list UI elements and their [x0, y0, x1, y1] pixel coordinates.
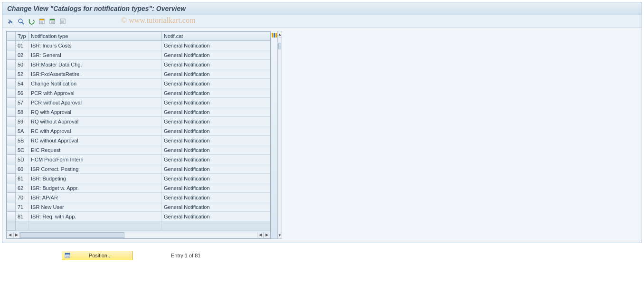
other-view-icon[interactable]: [6, 17, 15, 26]
cell-cat[interactable]: General Notification: [162, 69, 270, 79]
cell-typ[interactable]: 59: [16, 117, 29, 126]
table-settings-button[interactable]: [271, 31, 278, 239]
cell-ntype[interactable]: RC with Approval: [29, 126, 162, 136]
cell-cat[interactable]: General Notification: [162, 98, 270, 107]
table-row[interactable]: 57PCR without ApprovalGeneral Notificati…: [7, 98, 270, 107]
cell-typ[interactable]: 60: [16, 164, 29, 174]
row-selector[interactable]: [7, 98, 16, 107]
hscroll-right-step-icon[interactable]: ▶: [13, 232, 20, 238]
cell-ntype[interactable]: ISR New User: [29, 202, 162, 212]
cell-cat[interactable]: General Notification: [162, 41, 270, 50]
table-row[interactable]: 60ISR Correct. PostingGeneral Notificati…: [7, 164, 270, 174]
col-header-typ[interactable]: Typ: [16, 32, 29, 41]
cell-typ[interactable]: 01: [16, 41, 29, 50]
cell-cat[interactable]: General Notification: [162, 202, 270, 212]
table-row[interactable]: 58RQ with ApprovalGeneral Notification: [7, 107, 270, 117]
cell-ntype[interactable]: PCR without Approval: [29, 98, 162, 107]
cell-typ[interactable]: 5D: [16, 155, 29, 164]
cell-typ[interactable]: 02: [16, 50, 29, 60]
cell-typ[interactable]: 71: [16, 202, 29, 212]
cell-cat[interactable]: General Notification: [162, 183, 270, 193]
col-header-notif-cat[interactable]: Notif.cat: [162, 32, 270, 41]
cell-typ[interactable]: 61: [16, 174, 29, 183]
cell-typ[interactable]: 62: [16, 183, 29, 193]
find-icon[interactable]: [17, 17, 25, 26]
col-header-notification-type[interactable]: Notification type: [29, 32, 162, 41]
cell-cat[interactable]: General Notification: [162, 193, 270, 202]
cell-cat[interactable]: General Notification: [162, 60, 270, 69]
row-selector[interactable]: [7, 41, 16, 50]
cell-ntype[interactable]: EIC Request: [29, 145, 162, 155]
row-selector[interactable]: [7, 193, 16, 202]
table-row[interactable]: 5ARC with ApprovalGeneral Notification: [7, 126, 270, 136]
cell-cat[interactable]: General Notification: [162, 155, 270, 164]
cell-ntype[interactable]: ISR:FxdAssetsRetire.: [29, 69, 162, 79]
col-header-select[interactable]: [7, 32, 16, 41]
cell-typ[interactable]: 5B: [16, 136, 29, 145]
table-row[interactable]: 81ISR: Req. with App.General Notificatio…: [7, 212, 270, 221]
cell-ntype[interactable]: ISR: Budget w. Appr.: [29, 183, 162, 193]
cell-cat[interactable]: General Notification: [162, 117, 270, 126]
row-selector[interactable]: [7, 88, 16, 98]
vscroll-down-icon[interactable]: ▼: [278, 232, 282, 238]
table-row[interactable]: 61ISR: BudgetingGeneral Notification: [7, 174, 270, 183]
cell-ntype[interactable]: RQ without Approval: [29, 117, 162, 126]
cell-cat[interactable]: General Notification: [162, 50, 270, 60]
table-row[interactable]: 5CEIC RequestGeneral Notification: [7, 145, 270, 155]
row-selector[interactable]: [7, 202, 16, 212]
cell-ntype[interactable]: ISR: Incurs Costs: [29, 41, 162, 50]
hscroll-thumb[interactable]: [20, 232, 124, 238]
vscroll-up-icon[interactable]: ▲: [278, 31, 282, 38]
row-selector[interactable]: [7, 164, 16, 174]
cell-cat[interactable]: General Notification: [162, 79, 270, 88]
cell-cat[interactable]: General Notification: [162, 145, 270, 155]
row-selector[interactable]: [7, 117, 16, 126]
row-selector[interactable]: [7, 50, 16, 60]
row-selector[interactable]: [7, 183, 16, 193]
cell-cat[interactable]: General Notification: [162, 212, 270, 221]
cell-ntype[interactable]: ISR: Budgeting: [29, 174, 162, 183]
cell-typ[interactable]: 57: [16, 98, 29, 107]
row-selector[interactable]: [7, 107, 16, 117]
cell-ntype[interactable]: ISR: Req. with App.: [29, 212, 162, 221]
cell-typ[interactable]: 81: [16, 212, 29, 221]
vscroll-track[interactable]: [278, 38, 282, 232]
table-row[interactable]: 54Change NotificationGeneral Notificatio…: [7, 79, 270, 88]
hscroll-left-step-icon[interactable]: ◀: [257, 232, 264, 238]
cell-cat[interactable]: General Notification: [162, 126, 270, 136]
table-row[interactable]: [7, 221, 270, 231]
cell-ntype[interactable]: RQ with Approval: [29, 107, 162, 117]
cell-typ[interactable]: 58: [16, 107, 29, 117]
table-row[interactable]: 59RQ without ApprovalGeneral Notificatio…: [7, 117, 270, 126]
cell-cat[interactable]: General Notification: [162, 174, 270, 183]
cell-ntype[interactable]: RC without Approval: [29, 136, 162, 145]
row-selector[interactable]: [7, 136, 16, 145]
undo-icon[interactable]: [27, 17, 36, 26]
row-selector[interactable]: [7, 174, 16, 183]
row-selector[interactable]: [7, 79, 16, 88]
cell-ntype[interactable]: ISR Correct. Posting: [29, 164, 162, 174]
cell-cat[interactable]: General Notification: [162, 136, 270, 145]
table-row[interactable]: 02ISR: GeneralGeneral Notification: [7, 50, 270, 60]
cell-ntype[interactable]: HCM Proc/Form Intern: [29, 155, 162, 164]
cell-typ[interactable]: 54: [16, 79, 29, 88]
table-row[interactable]: 52ISR:FxdAssetsRetire.General Notificati…: [7, 69, 270, 79]
table-row[interactable]: 70ISR: AP/ARGeneral Notification: [7, 193, 270, 202]
cell-ntype[interactable]: ISR: AP/AR: [29, 193, 162, 202]
position-button[interactable]: Position...: [62, 251, 133, 260]
cell-typ[interactable]: [16, 221, 29, 231]
deselect-all-icon[interactable]: [58, 17, 67, 26]
row-selector[interactable]: [7, 60, 16, 69]
cell-typ[interactable]: 5C: [16, 145, 29, 155]
hscroll-right-icon[interactable]: ▶: [264, 232, 270, 238]
cell-ntype[interactable]: Change Notification: [29, 79, 162, 88]
cell-typ[interactable]: 50: [16, 60, 29, 69]
horizontal-scrollbar[interactable]: ◀ ▶ ◀ ▶: [7, 231, 270, 238]
table-row[interactable]: 5DHCM Proc/Form InternGeneral Notificati…: [7, 155, 270, 164]
select-block-icon[interactable]: [48, 17, 57, 26]
vertical-scrollbar[interactable]: ▲ ▼: [278, 31, 282, 239]
cell-ntype[interactable]: PCR with Approval: [29, 88, 162, 98]
select-all-icon[interactable]: [38, 17, 46, 26]
row-selector[interactable]: [7, 69, 16, 79]
cell-cat[interactable]: [162, 221, 270, 231]
